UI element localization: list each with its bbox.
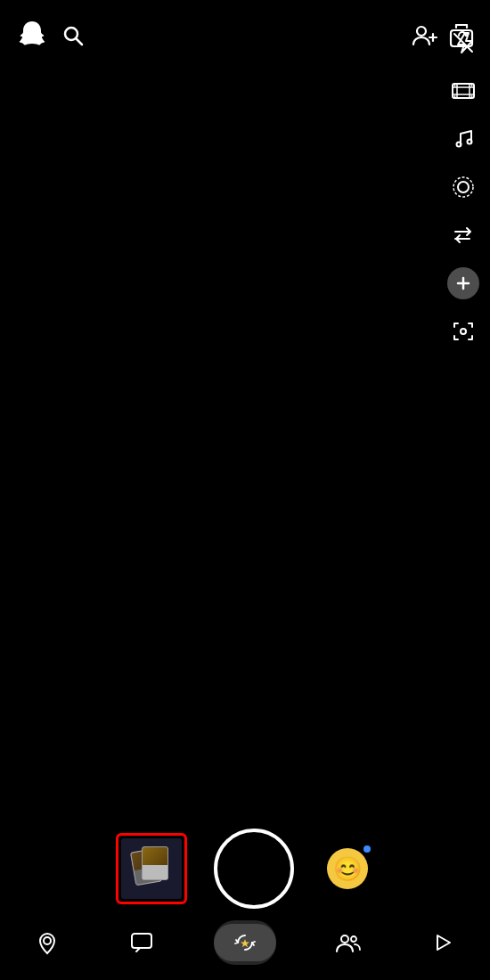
search-button[interactable]	[61, 23, 86, 48]
svg-point-13	[454, 95, 456, 97]
gallery-icon	[121, 838, 182, 899]
svg-point-23	[44, 937, 51, 944]
svg-rect-7	[453, 84, 474, 98]
svg-point-17	[468, 140, 472, 144]
swap-icon[interactable]	[447, 219, 479, 251]
gallery-button[interactable]	[116, 833, 187, 904]
nav-map-button[interactable]	[25, 920, 69, 965]
flash-off-icon[interactable]	[447, 27, 479, 59]
add-friend-button[interactable]	[410, 21, 438, 50]
music-icon[interactable]	[447, 123, 479, 155]
svg-point-26	[351, 936, 356, 942]
nav-friends-button[interactable]	[326, 920, 371, 965]
video-filter-icon[interactable]	[447, 75, 479, 107]
svg-line-1	[77, 39, 83, 45]
top-bar	[0, 0, 490, 71]
bottom-nav	[0, 912, 490, 980]
svg-point-18	[458, 182, 469, 192]
bitmoji-face: 😊	[327, 848, 368, 889]
svg-point-25	[341, 935, 348, 943]
top-left-controls	[14, 18, 86, 53]
nav-stories-button[interactable]	[421, 920, 465, 965]
spotlight-icon	[214, 924, 276, 961]
svg-point-2	[417, 27, 426, 36]
svg-point-12	[454, 85, 456, 86]
svg-point-16	[457, 143, 461, 147]
add-icon[interactable]	[447, 267, 479, 299]
right-sidebar	[447, 27, 479, 347]
bitmoji-notification-dot	[362, 844, 372, 854]
svg-point-15	[471, 95, 473, 97]
shutter-button[interactable]	[214, 829, 294, 909]
camera-controls: 😊	[0, 829, 490, 909]
svg-point-22	[461, 329, 466, 334]
nav-chat-button[interactable]	[119, 920, 164, 965]
svg-rect-24	[132, 934, 151, 948]
nav-spotlight-button[interactable]	[214, 920, 276, 965]
svg-point-19	[453, 177, 473, 197]
scan-icon[interactable]	[447, 315, 479, 347]
live-focus-icon[interactable]	[447, 171, 479, 203]
bitmoji-button[interactable]: 😊	[321, 842, 374, 895]
svg-point-14	[471, 85, 473, 86]
snapchat-logo-button[interactable]	[14, 18, 50, 53]
